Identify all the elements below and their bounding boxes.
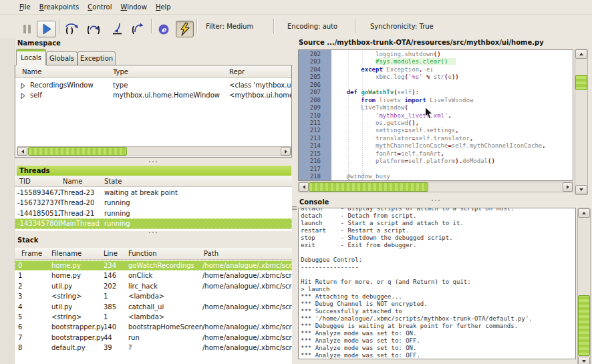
stack-frame-row[interactable]: 5<string>1<lambda> [15, 312, 292, 322]
line-number: 214 [299, 142, 321, 150]
go-button[interactable] [37, 21, 56, 37]
vertical-splitter[interactable] [292, 205, 297, 211]
stack-frame-row[interactable]: 7bootstrapper.py44run/home/analogue/.xbm… [15, 333, 292, 343]
stack-frame-row[interactable]: 3<string>1<lambda> [15, 291, 292, 301]
source-vscrollbar[interactable] [575, 49, 588, 195]
column-header-frame[interactable]: Frame [21, 248, 42, 259]
encoding-icon[interactable]: e [158, 24, 169, 35]
step-return-icon[interactable] [112, 23, 125, 36]
column-header-name[interactable]: Name [22, 65, 42, 77]
console-output[interactable]: attach - Display scripts of attach to a … [298, 208, 576, 359]
thread-row[interactable]: -1558934672Thread-23waiting at break poi… [15, 188, 292, 198]
stack-frame-row[interactable]: 8default.py39?/home/analogue/.xbmc/scrip… [15, 343, 292, 353]
code-line-207: def goWatchTv(self): [332, 89, 573, 96]
scroll-right-button[interactable] [281, 147, 291, 156]
line-number: 212 [299, 127, 321, 134]
tab-globals[interactable]: Globals [46, 51, 78, 65]
stack-header: FrameFilenameLineFunctionPath [15, 248, 292, 260]
run-to-cursor-icon[interactable] [130, 22, 146, 36]
stack-frame-row[interactable]: 0home.py234goWatchRecordings/home/analog… [15, 260, 292, 270]
column-header-line[interactable]: Line [104, 248, 118, 259]
comment-token: #sys.modules.clear() [376, 58, 456, 65]
code-line-202: logging.shutdown() [332, 51, 573, 58]
menu-item-control[interactable]: Control [88, 3, 112, 11]
stack-frame-row[interactable]: 1home.py146onClick/home/analogue/.xbmc/s… [15, 270, 292, 281]
scroll-thumb[interactable] [309, 182, 428, 192]
expander-icon[interactable] [21, 93, 25, 98]
column-header-repr[interactable]: Repr [229, 65, 245, 77]
step-into-icon[interactable] [64, 23, 80, 36]
thread-row[interactable]: -1433457808MainThreadrunning [15, 218, 292, 228]
stack-frame-row[interactable]: 6bootstrapper.py140bootstrapHomeScreen/h… [15, 322, 292, 332]
line-number: 213 [299, 135, 321, 142]
menu-item-file[interactable]: File [19, 3, 31, 11]
column-header-type[interactable]: Type [113, 65, 128, 77]
cell-state: running [104, 208, 292, 218]
menu-item-help[interactable]: Help [156, 3, 171, 11]
cell-path: /home/analogue/.xbmc/scrip... [202, 270, 292, 281]
line-number: 215 [299, 150, 321, 158]
cell-filename: <string> [51, 291, 104, 301]
column-header-path[interactable]: Path [204, 248, 218, 259]
namespace-row[interactable]: RecordingsWindowtype<class 'mythbox.ui.r… [15, 80, 291, 90]
cell-tid: -1567327376 [17, 198, 60, 208]
code-line-218: @window_busy [332, 173, 573, 180]
source-code-panel[interactable]: 2022032042052062072082092102112122132142… [298, 49, 573, 181]
cell-function: lirc_hack [128, 281, 202, 291]
thread-row[interactable]: -1441850512Thread-21running [15, 208, 292, 218]
column-header-tid[interactable]: TID [19, 176, 31, 186]
synchronicity-button[interactable] [176, 21, 194, 37]
scroll-thumb[interactable] [575, 75, 587, 90]
cell-frame: 1 [18, 270, 51, 281]
scroll-left-button[interactable] [17, 147, 27, 156]
namespace-hscrollbar[interactable] [17, 146, 291, 156]
toolbar-separator [196, 19, 198, 33]
cell-name: self [30, 90, 112, 100]
menu-item-breakpoints[interactable]: Breakpoints [39, 3, 80, 11]
line-number: 205 [299, 73, 321, 81]
line-number: 202 [299, 51, 321, 58]
code-line-206 [332, 81, 573, 89]
expander-icon[interactable] [21, 83, 25, 88]
line-number: 218 [299, 173, 321, 180]
cell-path: /home/analogue/.xbmc/scrip... [202, 343, 292, 353]
pause-icon[interactable] [23, 25, 32, 33]
tab-exception[interactable]: Exception [78, 51, 116, 65]
cell-path [202, 291, 292, 301]
scroll-left-button[interactable] [299, 182, 309, 192]
horizontal-splitter[interactable] [149, 161, 157, 162]
stack-frame-row[interactable]: 2util.py202lirc_hack/home/analogue/.xbmc… [15, 281, 292, 291]
source-hscrollbar[interactable] [298, 182, 573, 192]
cell-line: 146 [104, 270, 128, 281]
step-over-icon[interactable] [86, 23, 102, 36]
cell-state: waiting at break point [104, 188, 292, 198]
column-header-name[interactable]: Name [63, 176, 83, 186]
scroll-up-button[interactable] [575, 49, 587, 59]
code-line-203: #sys.modules.clear() [332, 58, 573, 65]
thread-row[interactable]: -1567327376Thread-20running [15, 198, 292, 208]
cell-line: 140 [104, 322, 128, 332]
column-header-function[interactable]: Function [128, 248, 157, 259]
stack-frame-row[interactable]: 4util.py385catchall_ui/home/analogue/.xb… [15, 302, 292, 312]
scroll-right-button[interactable] [563, 182, 573, 192]
column-header-state[interactable]: State [104, 176, 122, 186]
namespace-row[interactable]: selfmythbox.ui.home.HomeWindow<mythbox.u… [15, 90, 291, 100]
threads-header: TIDNameState [15, 176, 292, 187]
console-vscrollbar[interactable] [577, 208, 591, 364]
filter-label[interactable]: Filter: Medium [206, 23, 253, 30]
encoding-label[interactable]: Encoding: auto [287, 23, 337, 30]
scroll-thumb[interactable] [578, 295, 590, 356]
menu-item-window[interactable]: Window [120, 3, 146, 11]
cell-line: 39 [104, 343, 128, 353]
scroll-thumb[interactable] [28, 147, 127, 156]
scroll-down-button[interactable] [575, 185, 587, 194]
horizontal-splitter[interactable] [432, 200, 440, 201]
horizontal-splitter[interactable] [149, 232, 157, 233]
scroll-down-button[interactable] [578, 357, 590, 364]
cell-repr: <class 'mythbox.ui.re [229, 80, 291, 90]
scroll-up-button[interactable] [578, 208, 590, 218]
cell-frame: 0 [18, 260, 51, 270]
synchronicity-label[interactable]: Synchronicity: True [370, 23, 434, 30]
column-header-filename[interactable]: Filename [51, 248, 82, 259]
tab-locals[interactable]: Locals [16, 49, 46, 65]
